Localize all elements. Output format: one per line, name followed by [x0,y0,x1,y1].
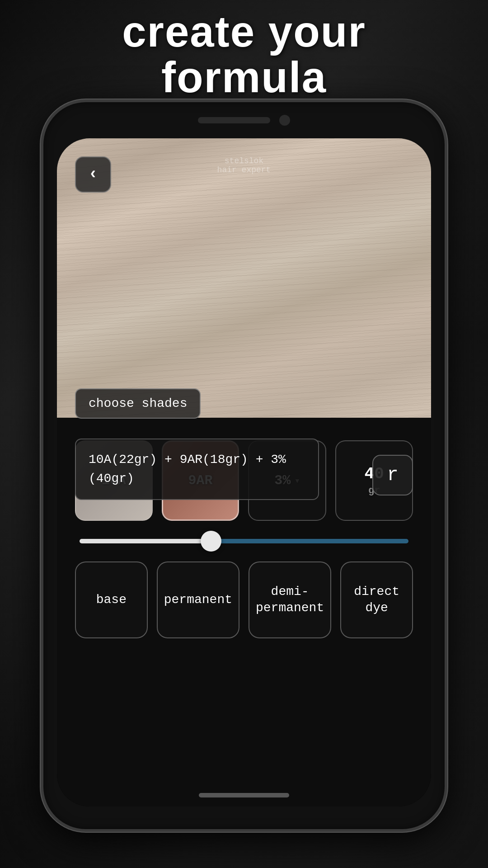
type-demi-permanent-label: demi-permanent [256,584,324,617]
r-button[interactable]: r [372,455,413,495]
type-button-direct-dye[interactable]: direct dye [340,561,413,638]
choose-shades-button[interactable]: choose shades [75,388,201,419]
header-line1: create your [122,7,366,56]
type-buttons-row: base permanent demi-permanent direct dye [70,561,418,638]
brand-subtitle: hair expert [217,165,271,175]
choose-shades-label: choose shades [89,396,187,410]
brand-name: stelslok [217,156,271,165]
phone-screen: stelslok hair expert ‹ choose shades 10A… [57,138,431,807]
notch-camera [279,115,290,126]
brand-watermark: stelslok hair expert [217,156,271,175]
type-button-permanent[interactable]: permanent [157,561,239,638]
back-button[interactable]: ‹ [75,156,111,193]
slider-track[interactable] [80,539,408,543]
formula-display: 10A(22gr) + 9AR(18gr) + 3%(40gr) [75,439,319,500]
phone-notch [198,115,290,126]
r-button-label: r [387,464,398,486]
slider-thumb[interactable] [201,531,221,552]
slider-container [70,534,418,548]
type-permanent-label: permanent [164,592,232,608]
type-direct-dye-label: direct dye [347,584,406,617]
home-indicator [199,793,289,797]
formula-text: 10A(22gr) + 9AR(18gr) + 3%(40gr) [89,453,286,486]
header-title: create your formula [0,9,488,100]
type-button-demi-permanent[interactable]: demi-permanent [249,561,331,638]
header-section: create your formula [0,9,488,100]
notch-pill [198,117,270,123]
type-base-label: base [96,592,127,608]
phone-frame: stelslok hair expert ‹ choose shades 10A… [41,99,447,832]
type-button-base[interactable]: base [75,561,148,638]
header-line2: formula [161,53,327,101]
chevron-left-icon: ‹ [88,166,98,183]
